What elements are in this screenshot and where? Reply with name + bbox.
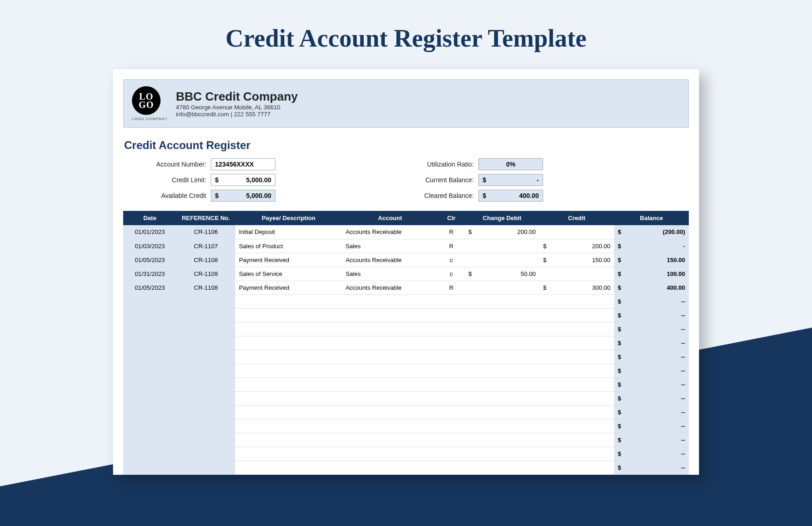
cell-empty	[539, 322, 614, 336]
col-clr: Clr	[438, 211, 465, 225]
cleared-balance-amount: 400.00	[519, 192, 539, 199]
cell-empty	[235, 447, 342, 460]
cell-empty	[235, 350, 342, 364]
cell-date	[123, 433, 177, 447]
currency-symbol: $	[483, 192, 486, 199]
cell-clr: c	[438, 253, 465, 267]
logo-block: LO GO LOGO COMPANY	[132, 86, 167, 121]
table-row: $-	[123, 308, 689, 322]
cell-empty	[539, 391, 614, 405]
cell-date: 01/31/2023	[123, 267, 177, 281]
meta-right: Utilization Ratio: 0% Current Balance: $…	[395, 158, 543, 205]
cell-empty	[438, 350, 465, 364]
cell-empty	[539, 308, 614, 322]
cell-empty	[438, 405, 465, 419]
cell-empty	[342, 336, 438, 350]
cell-balance: $-	[614, 294, 689, 308]
cell-empty	[342, 364, 438, 377]
cell-empty	[438, 460, 465, 474]
cell-desc: Sales of Product	[235, 239, 342, 253]
available-credit-value: $ 5,000.00	[211, 190, 275, 202]
credit-limit-value: $ 5,000.00	[211, 174, 275, 186]
cell-empty	[438, 377, 465, 391]
table-header-row: Date REFERENCE No. Payee/ Description Ac…	[123, 211, 689, 225]
cell-empty	[342, 308, 438, 322]
cell-date	[123, 419, 177, 433]
cell-empty	[539, 377, 614, 391]
cell-date	[123, 391, 177, 405]
cell-empty	[539, 460, 614, 474]
table-row: 01/03/2023CR-1107Sales of ProductSalesR$…	[123, 239, 689, 253]
available-credit-amount: 5,000.00	[246, 192, 272, 199]
cell-empty	[465, 294, 539, 308]
cell-balance: $-	[614, 405, 689, 419]
cell-empty	[342, 391, 438, 405]
cell-ref	[177, 460, 235, 474]
cell-credit: $300.00	[539, 281, 614, 294]
cell-balance: $400.00	[614, 281, 689, 294]
cell-empty	[465, 460, 539, 474]
cell-debit: $200.00	[465, 225, 539, 239]
cell-ref	[177, 322, 235, 336]
cell-empty	[342, 460, 438, 474]
cell-empty	[438, 391, 465, 405]
logo-icon: LO GO	[132, 86, 161, 115]
cell-empty	[465, 433, 539, 447]
cell-empty	[438, 419, 465, 433]
table-row: $-	[123, 336, 689, 350]
meta-left: Account Number: 123456XXXX Credit Limit:…	[123, 158, 275, 205]
col-balance: Balance	[614, 211, 689, 225]
currency-symbol: $	[483, 176, 486, 184]
cell-date	[123, 294, 177, 308]
cell-debit	[465, 239, 539, 253]
cell-desc: Initial Deposit	[235, 225, 342, 239]
cell-acct: Sales	[342, 267, 438, 281]
cell-empty	[342, 377, 438, 391]
cell-clr: R	[438, 239, 465, 253]
account-number-label: Account Number:	[123, 161, 211, 168]
col-date: Date	[123, 211, 177, 225]
cell-balance: $-	[614, 336, 689, 350]
cell-empty	[438, 447, 465, 460]
table-row: 01/01/2023CR-1106Initial DepositAccounts…	[123, 225, 689, 239]
cell-empty	[465, 391, 539, 405]
cell-clr: R	[438, 225, 465, 239]
cell-date	[123, 447, 177, 460]
cell-empty	[235, 294, 342, 308]
cell-empty	[235, 405, 342, 419]
cell-ref	[177, 308, 235, 322]
company-info: BBC Credit Company 4780 George Avenue Mo…	[176, 90, 298, 118]
cell-date	[123, 364, 177, 377]
cell-ref	[177, 391, 235, 405]
cell-ref: CR-1109	[177, 267, 235, 281]
cell-balance: $-	[614, 239, 689, 253]
cleared-balance-value: $ 400.00	[478, 190, 543, 202]
cell-empty	[438, 433, 465, 447]
cell-balance: $-	[614, 308, 689, 322]
cell-empty	[539, 294, 614, 308]
cell-date	[123, 308, 177, 322]
table-row: 01/05/2023CR-1108Payment ReceivedAccount…	[123, 253, 689, 267]
cell-ref	[177, 447, 235, 460]
cell-balance: $-	[614, 322, 689, 336]
table-row: $-	[123, 294, 689, 308]
cell-balance: $(200.00)	[614, 225, 689, 239]
meta-area: Account Number: 123456XXXX Credit Limit:…	[123, 158, 689, 205]
cell-balance: $-	[614, 391, 689, 405]
cell-ref	[177, 294, 235, 308]
cell-acct: Accounts Receivable	[342, 253, 438, 267]
credit-limit-amount: 5,000.00	[246, 176, 272, 184]
cell-empty	[235, 308, 342, 322]
cell-empty	[235, 460, 342, 474]
table-row: $-	[123, 377, 689, 391]
cell-date: 01/05/2023	[123, 253, 177, 267]
utilization-value: 0%	[478, 158, 543, 170]
cell-date	[123, 405, 177, 419]
col-ref: REFERENCE No.	[177, 211, 235, 225]
cell-balance: $-	[614, 364, 689, 377]
current-balance-amount: -	[537, 176, 539, 184]
cell-empty	[235, 433, 342, 447]
cell-ref	[177, 419, 235, 433]
cell-empty	[465, 447, 539, 460]
cell-credit	[539, 267, 614, 281]
